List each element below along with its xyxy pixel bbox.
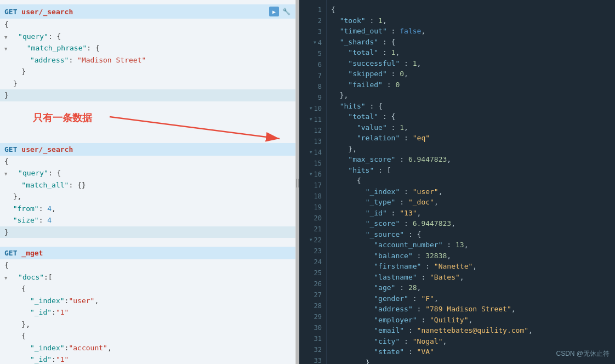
jl-5: "total" : 1, bbox=[331, 47, 615, 58]
ln-11: ▼11 bbox=[299, 114, 326, 125]
ln-21: 21 bbox=[299, 224, 326, 235]
ln-31: 31 bbox=[299, 333, 326, 344]
q1-line-3: "match_phrase": { bbox=[0, 42, 295, 54]
ln-33: 33 bbox=[299, 355, 326, 364]
jl-31: "email" : "nanettebates@quility.com", bbox=[331, 325, 615, 336]
q2-line-2: "query": { bbox=[0, 167, 295, 179]
jl-14: }, bbox=[331, 144, 615, 155]
jl-10: "hits" : { bbox=[331, 101, 615, 112]
query-block-3: GET _mget { "docs":[ { "_index":"user", … bbox=[0, 247, 295, 364]
q2-line-5: "from": 4, bbox=[0, 203, 295, 215]
jl-25: "firstname" : "Nanette", bbox=[331, 261, 615, 272]
ln-29: 29 bbox=[299, 311, 326, 322]
q3-line-7: { bbox=[0, 330, 295, 342]
ln-23: 23 bbox=[299, 246, 326, 257]
query-header-2: GET user/_search bbox=[0, 143, 295, 156]
query-header-1: GET user/_search ▶ 🔧 bbox=[0, 4, 295, 19]
q2-line-3: "match_all": {} bbox=[0, 179, 295, 191]
jl-22: "_source" : { bbox=[331, 229, 615, 240]
jl-32: "city" : "Nogal", bbox=[331, 336, 615, 347]
jl-13: "relation" : "eq" bbox=[331, 133, 615, 144]
query-header-3: GET _mget bbox=[0, 247, 295, 259]
jl-17: { bbox=[331, 175, 615, 186]
left-panel: GET user/_search ▶ 🔧 { "query": { "match… bbox=[0, 0, 296, 364]
line-numbers: 1 2 3 ▼4 5 6 7 8 9 ▼10 ▼11 12 13 ▼14 15 … bbox=[299, 0, 327, 364]
ln-17: 17 bbox=[299, 180, 326, 191]
ln-27: 27 bbox=[299, 289, 326, 300]
jl-23: "account_number" : 13, bbox=[331, 240, 615, 251]
annotation-text: 只有一条数据 bbox=[33, 111, 92, 124]
q2-line-1: { bbox=[0, 156, 295, 168]
run-button-1[interactable]: ▶ bbox=[269, 7, 279, 16]
ln-20: 20 bbox=[299, 213, 326, 224]
ln-24: 24 bbox=[299, 257, 326, 268]
q2-line-6: "size": 4 bbox=[0, 214, 295, 226]
ln-16: ▼16 bbox=[299, 169, 326, 180]
ln-10: ▼10 bbox=[299, 103, 326, 114]
ln-1: 1 bbox=[299, 4, 326, 15]
jl-2: "took" : 1, bbox=[331, 15, 615, 26]
ln-13: 13 bbox=[299, 136, 326, 147]
jl-21: "_score" : 6.9447823, bbox=[331, 218, 615, 229]
ln-22: ▼22 bbox=[299, 235, 326, 246]
ln-26: 26 bbox=[299, 278, 326, 289]
jl-18: "_index" : "user", bbox=[331, 186, 615, 197]
ln-30: 30 bbox=[299, 322, 326, 333]
ln-2: 2 bbox=[299, 15, 326, 26]
ln-5: 5 bbox=[299, 48, 326, 59]
ln-28: 28 bbox=[299, 300, 326, 311]
query-method-url-2: GET user/_search bbox=[4, 145, 73, 153]
jl-24: "balance" : 32838, bbox=[331, 251, 615, 261]
q3-line-5: "_id":"1" bbox=[0, 306, 295, 318]
ln-7: 7 bbox=[299, 70, 326, 81]
ln-25: 25 bbox=[299, 268, 326, 278]
query-block-2: GET user/_search { "query": { "match_all… bbox=[0, 143, 295, 238]
jl-7: "skipped" : 0, bbox=[331, 69, 615, 79]
jl-1: { bbox=[331, 4, 615, 15]
q1-line-4: "address": "Madison Street" bbox=[0, 54, 295, 66]
jl-12: "value" : 1, bbox=[331, 122, 615, 133]
jl-26: "lastname" : "Bates", bbox=[331, 272, 615, 283]
q1-line-5: } bbox=[0, 66, 295, 78]
jl-9: }, bbox=[331, 90, 615, 101]
right-panel: 1 2 3 ▼4 5 6 7 8 9 ▼10 ▼11 12 13 ▼14 15 … bbox=[299, 0, 615, 364]
q3-line-2: "docs":[ bbox=[0, 271, 295, 283]
q3-line-6: }, bbox=[0, 318, 295, 331]
jl-8: "failed" : 0 bbox=[331, 79, 615, 90]
q3-line-3: { bbox=[0, 283, 295, 295]
q1-line-1: { bbox=[0, 19, 295, 31]
jl-15: "max_score" : 6.9447823, bbox=[331, 154, 615, 165]
query-block-1: GET user/_search ▶ 🔧 { "query": { "match… bbox=[0, 4, 295, 101]
q1-line-2: "query": { bbox=[0, 31, 295, 43]
ln-19: 19 bbox=[299, 202, 326, 213]
ln-12: 12 bbox=[299, 125, 326, 136]
q3-line-1: { bbox=[0, 259, 295, 271]
jl-6: "successful" : 1, bbox=[331, 58, 615, 69]
jl-30: "employer" : "Quility", bbox=[331, 315, 615, 326]
jl-20: "_id" : "13", bbox=[331, 208, 615, 219]
jl-4: "_shards" : { bbox=[331, 37, 615, 48]
jl-19: "_type" : "_doc", bbox=[331, 197, 615, 208]
q3-line-8: "_index":"account", bbox=[0, 342, 295, 354]
ln-15: 15 bbox=[299, 158, 326, 169]
ln-3: 3 bbox=[299, 26, 326, 37]
q1-line-6: } bbox=[0, 78, 295, 90]
ln-6: 6 bbox=[299, 59, 326, 70]
q3-line-4: "_index":"user", bbox=[0, 295, 295, 307]
ln-4: ▼4 bbox=[299, 37, 326, 48]
wrench-button-1[interactable]: 🔧 bbox=[281, 7, 291, 16]
json-output: { "took" : 1, "timed_out" : false, "_sha… bbox=[327, 0, 615, 364]
jl-3: "timed_out" : false, bbox=[331, 26, 615, 37]
q2-line-7: } bbox=[0, 226, 295, 238]
ln-32: 32 bbox=[299, 344, 326, 355]
ln-9: 9 bbox=[299, 92, 326, 103]
ln-18: 18 bbox=[299, 191, 326, 202]
q2-line-4: }, bbox=[0, 191, 295, 203]
jl-16: "hits" : [ bbox=[331, 165, 615, 176]
jl-11: "total" : { bbox=[331, 111, 615, 122]
ln-14: ▼14 bbox=[299, 147, 326, 158]
ln-8: 8 bbox=[299, 81, 326, 92]
jl-28: "gender" : "F", bbox=[331, 293, 615, 304]
query-method-url-3: GET _mget bbox=[4, 249, 43, 257]
svg-line-1 bbox=[110, 117, 280, 139]
